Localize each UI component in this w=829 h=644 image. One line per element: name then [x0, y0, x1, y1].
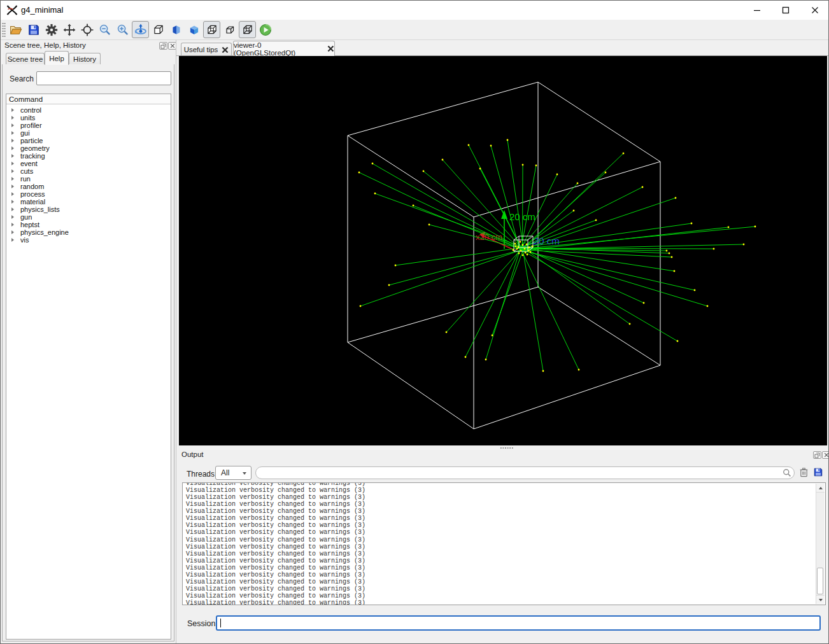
expand-caret-icon[interactable]	[11, 238, 14, 242]
tree-item-heptst[interactable]: heptst	[6, 221, 171, 228]
output-dock-close-button[interactable]	[822, 451, 829, 459]
log-scrollbar[interactable]	[816, 484, 825, 604]
expand-caret-icon[interactable]	[11, 154, 14, 158]
run-beam-button[interactable]	[257, 21, 274, 38]
log-line: Visualization verbosity changed to warni…	[186, 515, 825, 522]
scroll-up-button[interactable]	[816, 484, 825, 493]
tree-item-geometry[interactable]: geometry	[6, 144, 171, 152]
hit-point	[388, 284, 390, 286]
wireframe-style-button[interactable]	[150, 21, 167, 38]
expand-caret-icon[interactable]	[11, 192, 14, 196]
session-input[interactable]	[216, 615, 821, 631]
threads-combobox[interactable]: All	[215, 466, 252, 480]
tree-header[interactable]: Command	[6, 94, 171, 104]
log-view[interactable]: Visualization verbosity changed to warni…	[182, 482, 826, 605]
tree-item-random[interactable]: random	[6, 183, 171, 190]
zoom-in-button[interactable]	[114, 21, 131, 38]
tree-item-cuts[interactable]: cuts	[6, 167, 171, 175]
tree-item-particle[interactable]: particle	[6, 137, 171, 144]
expand-caret-icon[interactable]	[11, 185, 14, 188]
save-button[interactable]	[25, 21, 42, 38]
tree-item-event[interactable]: event	[6, 160, 171, 167]
save-log-button[interactable]	[812, 466, 824, 479]
tree-item-physics_engine[interactable]: physics_engine	[6, 228, 171, 236]
tree-item-gun[interactable]: gun	[6, 213, 171, 221]
tree-item-process[interactable]: process	[6, 190, 171, 198]
expand-caret-icon[interactable]	[11, 139, 14, 143]
rotate-button[interactable]	[132, 21, 149, 38]
tree-item-material[interactable]: material	[6, 198, 171, 206]
tree-item-profiler[interactable]: profiler	[6, 122, 171, 129]
toolbar-grip[interactable]	[2, 22, 6, 38]
hit-point	[515, 246, 517, 248]
hit-point	[442, 159, 444, 161]
tab-close-icon[interactable]	[222, 46, 229, 53]
log-lines: Visualization verbosity changed to warni…	[183, 482, 825, 605]
log-filter-input[interactable]	[255, 466, 795, 479]
move-button[interactable]	[60, 21, 78, 38]
solid-style-button[interactable]	[185, 21, 202, 38]
log-line: Visualization verbosity changed to warni…	[186, 487, 825, 494]
tree-item-control[interactable]: control	[6, 106, 171, 114]
expand-caret-icon[interactable]	[11, 169, 14, 173]
arrow-up-icon	[819, 487, 823, 489]
hlr-wireframe-style-button[interactable]	[203, 21, 220, 38]
perspective-view-button[interactable]	[221, 21, 238, 38]
tree-item-tracking[interactable]: tracking	[6, 152, 171, 160]
clear-log-button[interactable]	[798, 466, 809, 479]
hit-point	[642, 186, 644, 188]
minimize-button[interactable]	[747, 3, 767, 17]
open-button[interactable]	[7, 21, 24, 38]
particle-track	[522, 248, 674, 271]
gl-viewport[interactable]: 20 cmx20 cm20 cm	[179, 56, 827, 445]
expand-caret-icon[interactable]	[11, 116, 14, 120]
tree-item-units[interactable]: units	[6, 114, 171, 122]
tree-item-physics_lists[interactable]: physics_lists	[6, 206, 171, 213]
left-dock-float-button[interactable]	[159, 42, 167, 50]
command-tree[interactable]: Command controlunitsprofilerguiparticleg…	[6, 94, 171, 640]
pick-center-button[interactable]	[78, 21, 96, 38]
world-volume-edge	[538, 287, 660, 365]
tab-help[interactable]: Help	[45, 51, 69, 65]
settings-button[interactable]	[43, 21, 60, 38]
tab-history[interactable]: History	[69, 53, 101, 65]
expand-caret-icon[interactable]	[11, 146, 14, 150]
minimize-icon	[753, 6, 761, 14]
search-input[interactable]	[36, 71, 171, 85]
close-button[interactable]	[805, 3, 825, 17]
hit-point	[479, 168, 481, 170]
tree-item-gui[interactable]: gui	[6, 129, 171, 137]
expand-caret-icon[interactable]	[11, 200, 14, 204]
pick-center-icon	[81, 24, 94, 36]
expand-caret-icon[interactable]	[11, 177, 14, 181]
expand-caret-icon[interactable]	[11, 215, 14, 219]
expand-caret-icon[interactable]	[11, 162, 14, 165]
hit-point	[465, 356, 467, 358]
tab-viewer-0[interactable]: viewer-0 (OpenGLStoredQt)	[233, 41, 335, 56]
maximize-button[interactable]	[776, 3, 796, 17]
output-dock-float-button[interactable]	[813, 451, 821, 459]
tree-item-label: physics_engine	[20, 228, 69, 236]
expand-caret-icon[interactable]	[11, 123, 14, 127]
tab-close-icon[interactable]	[327, 45, 334, 52]
scroll-down-button[interactable]	[816, 595, 825, 604]
expand-caret-icon[interactable]	[11, 131, 14, 135]
orthographic-view-button[interactable]	[239, 21, 256, 38]
tab-scene-tree[interactable]: Scene tree	[6, 53, 45, 65]
tree-item-vis[interactable]: vis	[6, 236, 171, 244]
scrollbar-thumb[interactable]	[817, 568, 823, 594]
tree-item-run[interactable]: run	[6, 175, 171, 183]
tree-item-label: physics_lists	[20, 206, 60, 213]
expand-caret-icon[interactable]	[11, 108, 14, 112]
dock-separator[interactable]	[176, 40, 176, 644]
tree-item-label: tracking	[20, 152, 45, 160]
splitter-handle[interactable]	[500, 447, 514, 449]
hit-point	[520, 250, 522, 252]
expand-caret-icon[interactable]	[11, 223, 14, 227]
zoom-out-button[interactable]	[96, 21, 113, 38]
tab-useful-tips[interactable]: Useful tips	[181, 43, 232, 56]
expand-caret-icon[interactable]	[11, 207, 14, 211]
hidden-line-removal-button[interactable]	[167, 21, 185, 38]
expand-caret-icon[interactable]	[11, 230, 14, 234]
tree-item-label: run	[20, 175, 31, 183]
